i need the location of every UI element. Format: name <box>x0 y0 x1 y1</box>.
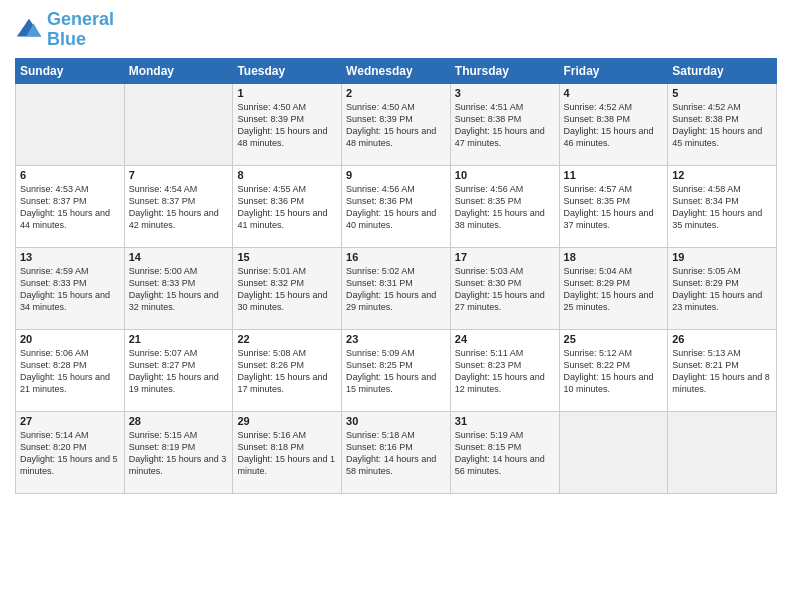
day-number: 16 <box>346 251 446 263</box>
day-number: 5 <box>672 87 772 99</box>
cell-details: Sunrise: 4:55 AMSunset: 8:36 PMDaylight:… <box>237 183 337 232</box>
cell-details: Sunrise: 5:15 AMSunset: 8:19 PMDaylight:… <box>129 429 229 478</box>
cell-details: Sunrise: 5:02 AMSunset: 8:31 PMDaylight:… <box>346 265 446 314</box>
cell-details: Sunrise: 5:14 AMSunset: 8:20 PMDaylight:… <box>20 429 120 478</box>
weekday-header-monday: Monday <box>124 58 233 83</box>
cell-details: Sunrise: 4:52 AMSunset: 8:38 PMDaylight:… <box>564 101 664 150</box>
calendar-cell: 10Sunrise: 4:56 AMSunset: 8:35 PMDayligh… <box>450 165 559 247</box>
calendar-cell: 5Sunrise: 4:52 AMSunset: 8:38 PMDaylight… <box>668 83 777 165</box>
calendar-cell: 29Sunrise: 5:16 AMSunset: 8:18 PMDayligh… <box>233 411 342 493</box>
day-number: 7 <box>129 169 229 181</box>
header: General Blue <box>15 10 777 50</box>
day-number: 25 <box>564 333 664 345</box>
day-number: 15 <box>237 251 337 263</box>
cell-details: Sunrise: 5:03 AMSunset: 8:30 PMDaylight:… <box>455 265 555 314</box>
day-number: 20 <box>20 333 120 345</box>
cell-details: Sunrise: 4:56 AMSunset: 8:35 PMDaylight:… <box>455 183 555 232</box>
calendar-cell <box>124 83 233 165</box>
day-number: 14 <box>129 251 229 263</box>
day-number: 18 <box>564 251 664 263</box>
day-number: 2 <box>346 87 446 99</box>
calendar-cell: 22Sunrise: 5:08 AMSunset: 8:26 PMDayligh… <box>233 329 342 411</box>
cell-details: Sunrise: 4:52 AMSunset: 8:38 PMDaylight:… <box>672 101 772 150</box>
calendar-cell: 14Sunrise: 5:00 AMSunset: 8:33 PMDayligh… <box>124 247 233 329</box>
weekday-header-saturday: Saturday <box>668 58 777 83</box>
calendar-table: SundayMondayTuesdayWednesdayThursdayFrid… <box>15 58 777 494</box>
calendar-cell <box>668 411 777 493</box>
calendar-cell: 15Sunrise: 5:01 AMSunset: 8:32 PMDayligh… <box>233 247 342 329</box>
cell-details: Sunrise: 5:07 AMSunset: 8:27 PMDaylight:… <box>129 347 229 396</box>
calendar-cell: 24Sunrise: 5:11 AMSunset: 8:23 PMDayligh… <box>450 329 559 411</box>
calendar-cell: 9Sunrise: 4:56 AMSunset: 8:36 PMDaylight… <box>342 165 451 247</box>
day-number: 17 <box>455 251 555 263</box>
week-row-3: 13Sunrise: 4:59 AMSunset: 8:33 PMDayligh… <box>16 247 777 329</box>
calendar-cell: 3Sunrise: 4:51 AMSunset: 8:38 PMDaylight… <box>450 83 559 165</box>
cell-details: Sunrise: 4:51 AMSunset: 8:38 PMDaylight:… <box>455 101 555 150</box>
calendar-cell: 30Sunrise: 5:18 AMSunset: 8:16 PMDayligh… <box>342 411 451 493</box>
day-number: 26 <box>672 333 772 345</box>
day-number: 4 <box>564 87 664 99</box>
weekday-header-row: SundayMondayTuesdayWednesdayThursdayFrid… <box>16 58 777 83</box>
calendar-cell: 23Sunrise: 5:09 AMSunset: 8:25 PMDayligh… <box>342 329 451 411</box>
cell-details: Sunrise: 5:08 AMSunset: 8:26 PMDaylight:… <box>237 347 337 396</box>
calendar-cell <box>16 83 125 165</box>
week-row-2: 6Sunrise: 4:53 AMSunset: 8:37 PMDaylight… <box>16 165 777 247</box>
cell-details: Sunrise: 4:50 AMSunset: 8:39 PMDaylight:… <box>237 101 337 150</box>
cell-details: Sunrise: 5:19 AMSunset: 8:15 PMDaylight:… <box>455 429 555 478</box>
calendar-cell: 2Sunrise: 4:50 AMSunset: 8:39 PMDaylight… <box>342 83 451 165</box>
day-number: 3 <box>455 87 555 99</box>
day-number: 28 <box>129 415 229 427</box>
day-number: 23 <box>346 333 446 345</box>
day-number: 1 <box>237 87 337 99</box>
calendar-cell: 11Sunrise: 4:57 AMSunset: 8:35 PMDayligh… <box>559 165 668 247</box>
weekday-header-tuesday: Tuesday <box>233 58 342 83</box>
week-row-5: 27Sunrise: 5:14 AMSunset: 8:20 PMDayligh… <box>16 411 777 493</box>
calendar-cell <box>559 411 668 493</box>
day-number: 27 <box>20 415 120 427</box>
cell-details: Sunrise: 5:09 AMSunset: 8:25 PMDaylight:… <box>346 347 446 396</box>
logo: General Blue <box>15 10 114 50</box>
week-row-4: 20Sunrise: 5:06 AMSunset: 8:28 PMDayligh… <box>16 329 777 411</box>
calendar-cell: 20Sunrise: 5:06 AMSunset: 8:28 PMDayligh… <box>16 329 125 411</box>
calendar-cell: 25Sunrise: 5:12 AMSunset: 8:22 PMDayligh… <box>559 329 668 411</box>
page: General Blue SundayMondayTuesdayWednesda… <box>0 0 792 612</box>
cell-details: Sunrise: 5:06 AMSunset: 8:28 PMDaylight:… <box>20 347 120 396</box>
calendar-cell: 7Sunrise: 4:54 AMSunset: 8:37 PMDaylight… <box>124 165 233 247</box>
calendar-cell: 18Sunrise: 5:04 AMSunset: 8:29 PMDayligh… <box>559 247 668 329</box>
day-number: 11 <box>564 169 664 181</box>
day-number: 22 <box>237 333 337 345</box>
day-number: 9 <box>346 169 446 181</box>
calendar-cell: 13Sunrise: 4:59 AMSunset: 8:33 PMDayligh… <box>16 247 125 329</box>
day-number: 10 <box>455 169 555 181</box>
cell-details: Sunrise: 5:18 AMSunset: 8:16 PMDaylight:… <box>346 429 446 478</box>
weekday-header-thursday: Thursday <box>450 58 559 83</box>
logo-text: General Blue <box>47 10 114 50</box>
day-number: 12 <box>672 169 772 181</box>
day-number: 31 <box>455 415 555 427</box>
day-number: 8 <box>237 169 337 181</box>
calendar-cell: 8Sunrise: 4:55 AMSunset: 8:36 PMDaylight… <box>233 165 342 247</box>
cell-details: Sunrise: 4:58 AMSunset: 8:34 PMDaylight:… <box>672 183 772 232</box>
cell-details: Sunrise: 4:59 AMSunset: 8:33 PMDaylight:… <box>20 265 120 314</box>
weekday-header-sunday: Sunday <box>16 58 125 83</box>
cell-details: Sunrise: 5:04 AMSunset: 8:29 PMDaylight:… <box>564 265 664 314</box>
calendar-cell: 4Sunrise: 4:52 AMSunset: 8:38 PMDaylight… <box>559 83 668 165</box>
cell-details: Sunrise: 4:54 AMSunset: 8:37 PMDaylight:… <box>129 183 229 232</box>
cell-details: Sunrise: 4:53 AMSunset: 8:37 PMDaylight:… <box>20 183 120 232</box>
cell-details: Sunrise: 4:50 AMSunset: 8:39 PMDaylight:… <box>346 101 446 150</box>
calendar-cell: 1Sunrise: 4:50 AMSunset: 8:39 PMDaylight… <box>233 83 342 165</box>
week-row-1: 1Sunrise: 4:50 AMSunset: 8:39 PMDaylight… <box>16 83 777 165</box>
cell-details: Sunrise: 4:56 AMSunset: 8:36 PMDaylight:… <box>346 183 446 232</box>
calendar-cell: 6Sunrise: 4:53 AMSunset: 8:37 PMDaylight… <box>16 165 125 247</box>
calendar-cell: 31Sunrise: 5:19 AMSunset: 8:15 PMDayligh… <box>450 411 559 493</box>
calendar-cell: 21Sunrise: 5:07 AMSunset: 8:27 PMDayligh… <box>124 329 233 411</box>
cell-details: Sunrise: 5:16 AMSunset: 8:18 PMDaylight:… <box>237 429 337 478</box>
day-number: 19 <box>672 251 772 263</box>
cell-details: Sunrise: 5:11 AMSunset: 8:23 PMDaylight:… <box>455 347 555 396</box>
cell-details: Sunrise: 5:00 AMSunset: 8:33 PMDaylight:… <box>129 265 229 314</box>
day-number: 29 <box>237 415 337 427</box>
logo-icon <box>15 16 43 44</box>
cell-details: Sunrise: 5:13 AMSunset: 8:21 PMDaylight:… <box>672 347 772 396</box>
calendar-cell: 27Sunrise: 5:14 AMSunset: 8:20 PMDayligh… <box>16 411 125 493</box>
calendar-cell: 12Sunrise: 4:58 AMSunset: 8:34 PMDayligh… <box>668 165 777 247</box>
